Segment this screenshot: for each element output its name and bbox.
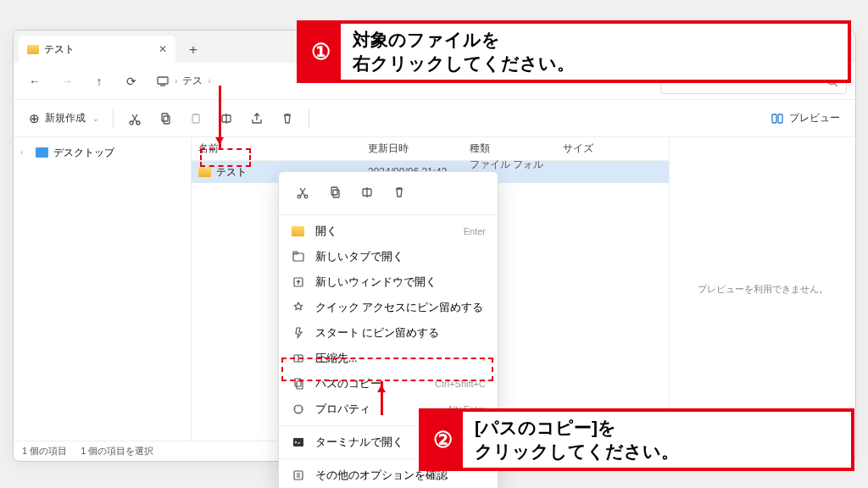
new-button[interactable]: ⊕ 新規作成 ⌄: [22, 106, 106, 131]
ctx-rename-icon[interactable]: [355, 180, 379, 204]
callout-1: ① 対象のファイルを右クリックしてください。: [297, 20, 851, 83]
copy-button[interactable]: [151, 106, 180, 131]
col-size[interactable]: サイズ: [556, 141, 624, 156]
svg-rect-16: [331, 187, 337, 195]
toolbar: ⊕ 新規作成 ⌄ プレビュー: [14, 100, 855, 137]
forward-button[interactable]: →: [53, 68, 81, 95]
svg-rect-25: [295, 379, 301, 386]
svg-rect-28: [293, 438, 303, 446]
selected-count: 1 個の項目を選択: [81, 445, 153, 458]
svg-rect-13: [778, 114, 782, 123]
svg-rect-7: [164, 116, 170, 124]
ctx-pin-quickaccess[interactable]: クイック アクセスにピン留めする: [279, 295, 498, 320]
sidebar-item-label: デスクトップ: [53, 146, 114, 160]
folder-icon: [27, 45, 39, 54]
column-headers[interactable]: 名前 更新日時 種類 サイズ: [192, 137, 669, 161]
col-type[interactable]: 種類: [463, 141, 556, 156]
item-count: 1 個の項目: [22, 445, 67, 458]
tab-title: テスト: [44, 42, 75, 57]
ctx-cut-icon[interactable]: [291, 180, 314, 204]
callout-badge: ②: [422, 412, 463, 468]
paste-button[interactable]: [181, 106, 210, 131]
sidebar-item-desktop[interactable]: › デスクトップ: [14, 142, 191, 163]
callout-badge: ①: [300, 24, 341, 80]
arrow-2: [381, 381, 383, 415]
ctx-copy-path[interactable]: パスのコピーCtrl+Shift+C: [279, 371, 498, 396]
rename-button[interactable]: [212, 106, 241, 131]
svg-rect-12: [772, 114, 776, 123]
back-button[interactable]: ←: [20, 68, 49, 95]
preview-icon: [771, 112, 784, 125]
chevron-right-icon: ›: [482, 353, 486, 363]
new-tab-button[interactable]: +: [181, 37, 206, 63]
tab-close-icon[interactable]: ✕: [159, 43, 167, 55]
ctx-open[interactable]: 開くEnter: [279, 219, 498, 244]
sidebar: › デスクトップ: [14, 137, 192, 441]
tab-active[interactable]: テスト ✕: [19, 36, 175, 63]
svg-rect-17: [333, 190, 339, 197]
ctx-pin-start[interactable]: スタート にピン留めする: [279, 320, 498, 346]
callout-2: ② [パスのコピー]をクリックしてください。: [419, 408, 854, 471]
svg-point-4: [130, 121, 133, 125]
svg-line-3: [835, 83, 837, 86]
ctx-open-newtab[interactable]: 新しいタブで開く: [279, 244, 498, 269]
svg-point-15: [304, 195, 308, 198]
file-name: テスト: [216, 165, 247, 180]
svg-point-5: [136, 121, 140, 125]
svg-rect-26: [297, 381, 303, 389]
preview-button[interactable]: プレビュー: [764, 106, 847, 131]
breadcrumb-item[interactable]: テス: [182, 74, 203, 88]
chevron-right-icon: ›: [20, 148, 31, 157]
svg-rect-8: [192, 114, 199, 123]
up-button[interactable]: ↑: [85, 68, 114, 95]
svg-rect-6: [162, 114, 168, 121]
ctx-copy-icon[interactable]: [323, 180, 347, 204]
svg-rect-0: [158, 77, 168, 84]
chevron-right-icon: ›: [175, 76, 177, 86]
desktop-icon: [36, 147, 48, 158]
monitor-icon: [156, 75, 170, 88]
ctx-delete-icon[interactable]: [387, 180, 411, 204]
arrow-1: [219, 86, 221, 148]
share-button[interactable]: [242, 106, 271, 131]
preview-pane: プレビューを利用できません。: [669, 137, 855, 441]
svg-point-14: [298, 195, 301, 198]
cut-button[interactable]: [120, 106, 149, 131]
svg-rect-9: [194, 114, 198, 115]
chevron-right-icon: ›: [208, 76, 210, 86]
delete-button[interactable]: [273, 106, 302, 131]
ctx-compress[interactable]: 圧縮先...›: [279, 346, 498, 371]
refresh-button[interactable]: ⟳: [117, 68, 146, 95]
col-date[interactable]: 更新日時: [361, 141, 463, 156]
ctx-open-newwin[interactable]: 新しいウィンドウで開く: [279, 269, 498, 295]
folder-icon: [198, 167, 211, 177]
